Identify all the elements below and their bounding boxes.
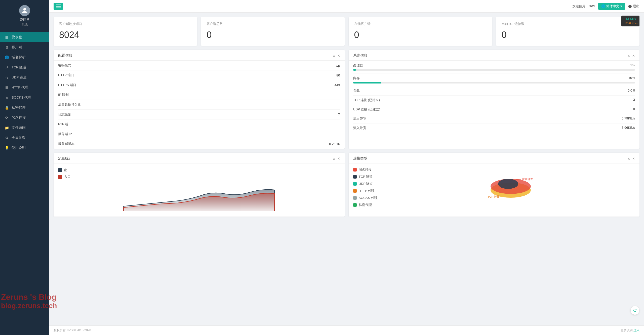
config-row-1: HTTP 端口80 [58, 70, 340, 80]
http-icon: ☰ [5, 86, 9, 90]
cpu-row: 处理器 1% [353, 61, 635, 73]
topbar-left [54, 3, 63, 10]
config-key-8: 服务端版本 [58, 142, 74, 146]
sysinfo-collapse-button[interactable]: ∧ [628, 54, 630, 58]
sidebar-item-docs[interactable]: 💡使用说明 [0, 143, 49, 153]
config-key-3: IP 限制 [58, 93, 69, 97]
config-row-8: 服务端版本0.26.16 [58, 139, 340, 149]
conn-legend-item-4: SOCKS 代理 [353, 196, 378, 200]
config-val-2: 443 [335, 83, 340, 87]
config-key-0: 桥接模式 [58, 63, 71, 68]
traffic-close-button[interactable]: ✕ [337, 157, 340, 160]
content-area: 客户端连接端口8024客户端总数0在线客户端0当前TCP连接数0 配置信息 ∧ … [49, 13, 644, 325]
sidebar-item-dns[interactable]: 🌐域名解析 [0, 52, 49, 62]
tcp-conn-label: TCP 连接 (已建立) [353, 98, 380, 102]
sidebar-item-dashboard[interactable]: ▦仪表盘 [0, 32, 49, 42]
connection-panel-controls: ∧ ✕ [628, 157, 635, 160]
inbound-value: 3.96KB/s [622, 126, 635, 130]
footer-enter-link[interactable]: 进入 [633, 328, 639, 332]
conn-legend-item-3: HTTP 代理 [353, 189, 378, 193]
refresh-float-button[interactable] [630, 306, 639, 315]
config-panel-controls: ∧ ✕ [333, 54, 340, 58]
sidebar-item-label-dashboard: 仪表盘 [12, 35, 22, 39]
config-key-6: P2P 端口 [58, 122, 72, 127]
connection-panel-header: 连接类型 ∧ ✕ [349, 153, 640, 163]
logout-button[interactable]: ⬤ 退出 [628, 4, 639, 9]
sidebar-item-label-docs: 使用说明 [12, 146, 26, 150]
cpu-progress-fill [353, 69, 356, 71]
sidebar-item-udp[interactable]: ⇆UDP 隧道 [0, 72, 49, 82]
sysinfo-panel-header: 系统信息 ∧ ✕ [349, 50, 640, 61]
sidebar-item-socks[interactable]: ◈SOCKS 代理 [0, 93, 49, 103]
speed-badge: ↑ 3.8 KB/s ↓ 35.0 KB/s [621, 16, 639, 26]
sidebar-item-label-private: 私密代理 [12, 105, 26, 110]
config-row-2: HTTPS 端口443 [58, 80, 340, 90]
sidebar-item-private[interactable]: 🔒私密代理 [0, 103, 49, 113]
logout-icon: ⬤ [628, 4, 632, 8]
clients-icon: 🖥 [5, 46, 9, 49]
speed-down: ↓ 35.0 KB/s [623, 21, 637, 26]
config-key-4: 流量数据持久化 [58, 102, 81, 107]
sidebar-item-label-global: 全局参数 [12, 136, 26, 140]
hamburger-line3 [56, 8, 61, 8]
connection-type-panel: 连接类型 ∧ ✕ 域名转发TCP 隧道UDP 隧道HTTP 代理SOCKS 代理… [349, 153, 640, 217]
sysinfo-close-button[interactable]: ✕ [632, 54, 635, 58]
config-val-5: 7 [338, 113, 340, 116]
conn-close-button[interactable]: ✕ [632, 157, 635, 160]
traffic-panel-controls: ∧ ✕ [333, 157, 340, 160]
config-val-8: 0.26.16 [329, 142, 340, 146]
sidebar-user: 管理员 系统 [0, 0, 49, 31]
sidebar-item-file[interactable]: 📁文件访问 [0, 123, 49, 133]
config-close-button[interactable]: ✕ [337, 54, 340, 58]
sidebar-item-label-socks: SOCKS 代理 [12, 95, 31, 100]
private-icon: 🔒 [5, 106, 9, 110]
connection-legend: 域名转发TCP 隧道UDP 隧道HTTP 代理SOCKS 代理私密代理 [349, 163, 382, 214]
legend-in-color [58, 175, 62, 179]
socks-icon: ◈ [5, 96, 9, 100]
main-area: 欢迎使用 NPS 🌐 简体中文 ▾ ⬤ 退出 客户端连接端口8024客户端总数0… [49, 0, 644, 335]
traffic-legend-out: 出口 [58, 168, 340, 173]
sidebar-role: 系统 [22, 23, 28, 27]
config-collapse-button[interactable]: ∧ [333, 54, 335, 58]
sidebar-item-clients[interactable]: 🖥客户端 [0, 42, 49, 52]
conn-collapse-button[interactable]: ∧ [628, 157, 630, 160]
config-key-2: HTTPS 端口 [58, 83, 76, 87]
stat-label-2: 在线客户端 [354, 22, 487, 26]
traffic-connection-row: 流量统计 ∧ ✕ 出口 入口 [54, 153, 639, 217]
conn-dot-4 [353, 196, 357, 200]
mem-progress-bg [353, 82, 635, 83]
traffic-collapse-button[interactable]: ∧ [333, 157, 335, 160]
dashboard-icon: ▦ [5, 35, 9, 39]
sidebar-item-global[interactable]: ⚙全局参数 [0, 133, 49, 143]
menu-toggle-button[interactable] [54, 3, 63, 10]
config-panel-body: 桥接模式tcpHTTP 端口80HTTPS 端口443IP 限制流量数据持久化日… [54, 61, 345, 149]
stat-value-1: 0 [207, 30, 339, 40]
sidebar-item-http[interactable]: ☰HTTP 代理 [0, 82, 49, 93]
conn-label-4: SOCKS 代理 [359, 196, 378, 200]
hamburger-line1 [56, 5, 61, 5]
svg-text:P2P 连接 ——: P2P 连接 —— [488, 195, 506, 198]
cpu-progress-bg [353, 69, 635, 71]
udp-icon: ⇆ [5, 75, 9, 79]
outbound-row: 流出带宽 5.79KB/s [353, 114, 635, 123]
stat-label-0: 客户端连接端口 [59, 22, 191, 26]
global-icon: ⚙ [5, 136, 9, 140]
stat-value-0: 8024 [59, 30, 191, 40]
sidebar-item-tcp[interactable]: ⇄TCP 隧道 [0, 62, 49, 72]
config-sysinfo-row: 配置信息 ∧ ✕ 桥接模式tcpHTTP 端口80HTTPS 端口443IP 限… [54, 50, 639, 149]
config-val-1: 80 [336, 73, 340, 77]
cpu-label: 处理器 [353, 63, 363, 68]
outbound-value: 5.79KB/s [622, 116, 635, 121]
svg-point-2 [498, 179, 518, 189]
config-key-1: HTTP 端口 [58, 73, 74, 77]
conn-label-0: 域名转发 [359, 168, 372, 172]
lang-button[interactable]: 🌐 简体中文 ▾ [598, 3, 625, 10]
sidebar-item-label-tcp: TCP 隧道 [12, 65, 26, 70]
footer-copyright: 版权所有 NPS © 2018-2020 [54, 328, 91, 332]
outbound-label: 流出带宽 [353, 116, 366, 121]
sidebar-item-p2p[interactable]: ⟳P2P 连接 [0, 113, 49, 123]
avatar [19, 5, 30, 16]
logout-label: 退出 [633, 4, 639, 9]
config-row-0: 桥接模式tcp [58, 61, 340, 70]
chevron-down-icon: ▾ [620, 4, 622, 8]
